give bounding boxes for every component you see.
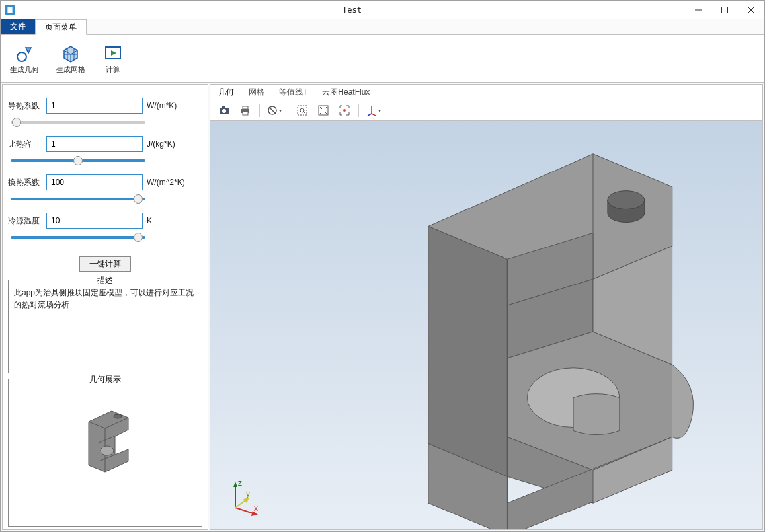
toolbar-separator	[259, 104, 260, 117]
specific-heat-row: 比热容 J/(kg*K)	[8, 136, 202, 152]
axis-x-label: x	[254, 504, 258, 513]
right-panel: 几何 网格 等值线T 云图HeatFlux ▾ ▾	[210, 84, 763, 530]
svg-line-19	[303, 112, 305, 114]
view-tab-mesh[interactable]: 网格	[247, 85, 266, 99]
minimize-button[interactable]	[685, 1, 711, 19]
description-legend: 描述	[93, 275, 117, 286]
heat-transfer-coeff-label: 换热系数	[8, 177, 42, 188]
window-buttons	[685, 1, 764, 19]
svg-line-24	[368, 114, 372, 116]
cold-source-temp-row: 冷源温度 K	[8, 213, 202, 229]
geometry-thumbnail-icon	[69, 400, 141, 473]
selection-icon	[266, 104, 278, 116]
thermal-conductivity-unit: W/(m*K)	[147, 101, 177, 110]
svg-rect-13	[243, 106, 248, 109]
selection-mode-button[interactable]: ▾	[265, 102, 282, 119]
left-panel: 导热系数 W/(m*K) 比热容 J/(kg*K) 换热系数 W/(m^2*K)…	[2, 84, 208, 530]
generate-geometry-button[interactable]: 生成几何	[7, 41, 42, 76]
titlebar: Test	[1, 1, 764, 19]
mesh-icon	[60, 42, 81, 63]
zoom-selection-icon	[339, 104, 350, 116]
thermal-conductivity-slider[interactable]	[11, 121, 145, 124]
axis-tripod: z x y	[222, 478, 262, 517]
close-button[interactable]	[738, 1, 764, 19]
geometry-preview-section: 几何展示	[8, 379, 202, 527]
chevron-down-icon: ▾	[279, 108, 282, 114]
axis-z-label: z	[238, 478, 242, 488]
zoom-extents-button[interactable]	[315, 102, 332, 119]
svg-point-8	[101, 446, 114, 455]
geometry-preview	[14, 386, 196, 486]
cold-source-temp-slider[interactable]	[11, 236, 145, 239]
svg-marker-28	[233, 482, 237, 487]
app-icon	[1, 1, 19, 19]
page-menu-tab[interactable]: 页面菜单	[35, 19, 87, 35]
description-text: 此app为治具侧推块固定座模型，可以进行对应工况的热对流场分析	[14, 287, 196, 366]
svg-line-23	[372, 114, 376, 116]
zoom-box-button[interactable]	[294, 102, 311, 119]
svg-rect-14	[243, 112, 248, 115]
file-tab[interactable]: 文件	[1, 19, 35, 34]
axes-orientation-button[interactable]: ▾	[364, 102, 382, 119]
heat-transfer-coeff-input[interactable]	[46, 174, 143, 190]
compute-label: 计算	[106, 65, 120, 75]
zoom-box-icon	[296, 104, 308, 116]
svg-marker-32	[243, 498, 249, 503]
maximize-button[interactable]	[711, 1, 738, 19]
specific-heat-label: 比热容	[8, 139, 42, 150]
view-tab-isoline[interactable]: 等值线T	[278, 85, 309, 99]
specific-heat-input[interactable]	[46, 136, 143, 152]
axis-y-label: y	[246, 489, 250, 498]
view-tabs: 几何 网格 等值线T 云图HeatFlux	[210, 84, 763, 100]
chevron-down-icon: ▾	[378, 108, 381, 114]
geometry-3d-view	[210, 121, 762, 529]
printer-icon	[239, 104, 251, 116]
thermal-conductivity-label: 导热系数	[8, 100, 42, 112]
toolbar-separator	[288, 104, 288, 117]
cold-source-temp-label: 冷源温度	[8, 215, 42, 227]
toolbar-separator	[358, 104, 359, 117]
view-tab-geometry[interactable]: 几何	[217, 85, 235, 99]
generate-geometry-label: 生成几何	[10, 65, 39, 75]
geometry-preview-legend: 几何展示	[85, 374, 125, 385]
svg-point-10	[222, 109, 226, 113]
heat-transfer-coeff-unit: W/(m^2*K)	[147, 178, 185, 187]
svg-line-16	[269, 107, 276, 114]
view-toolbar: ▾ ▾	[210, 100, 763, 121]
compute-button[interactable]: 计算	[100, 41, 126, 76]
svg-rect-11	[222, 106, 225, 108]
ribbon: 生成几何 生成网格 计算	[1, 35, 764, 83]
snapshot-button[interactable]	[216, 102, 233, 119]
specific-heat-unit: J/(kg*K)	[147, 139, 175, 149]
svg-rect-2	[722, 7, 728, 13]
axes-icon	[366, 104, 378, 116]
print-button[interactable]	[237, 102, 254, 119]
svg-point-7	[114, 414, 122, 418]
generate-mesh-label: 生成网格	[56, 65, 85, 75]
zoom-selection-button[interactable]	[336, 102, 353, 119]
view-tab-heatflux[interactable]: 云图HeatFlux	[321, 85, 371, 99]
thermal-conductivity-input[interactable]	[46, 98, 143, 114]
ribbon-tabs: 文件 页面菜单	[1, 19, 764, 35]
heat-transfer-coeff-slider[interactable]	[11, 198, 145, 200]
generate-mesh-button[interactable]: 生成网格	[54, 41, 88, 76]
one-click-calc-button[interactable]: 一键计算	[79, 256, 131, 272]
svg-point-21	[343, 109, 346, 112]
camera-icon	[218, 104, 230, 116]
heat-transfer-coeff-row: 换热系数 W/(m^2*K)	[8, 174, 202, 190]
compute-icon	[102, 42, 124, 63]
specific-heat-slider[interactable]	[11, 159, 145, 162]
zoom-extents-icon	[317, 104, 329, 116]
cold-source-temp-input[interactable]	[46, 213, 143, 229]
3d-viewport[interactable]: z x y	[210, 121, 763, 530]
window-title: Test	[19, 5, 685, 15]
geometry-icon	[14, 42, 35, 63]
svg-point-5	[17, 52, 26, 61]
thermal-conductivity-row: 导热系数 W/(m*K)	[8, 98, 202, 114]
description-section: 描述 此app为治具侧推块固定座模型，可以进行对应工况的热对流场分析	[8, 280, 202, 373]
cold-source-temp-unit: K	[147, 216, 152, 225]
